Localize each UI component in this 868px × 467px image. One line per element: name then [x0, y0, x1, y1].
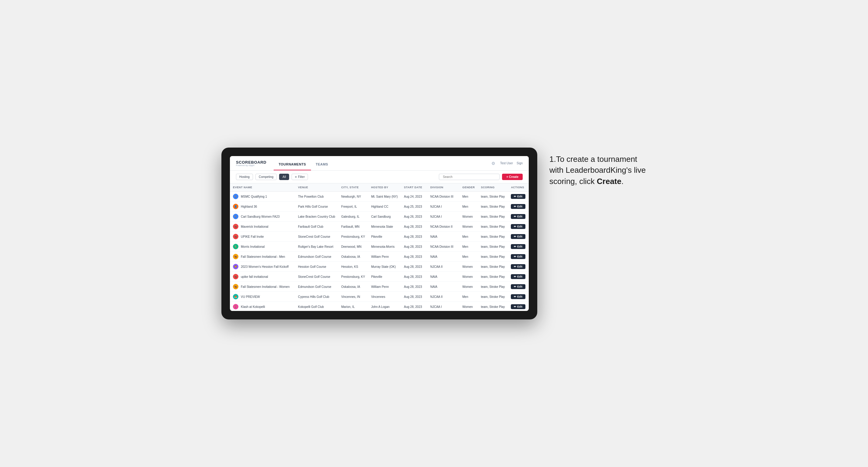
table-row: 🐂 Fall Statesmen Invitational - Women Ed… — [230, 282, 529, 292]
cell-city: Vincennes, IN — [338, 292, 368, 302]
cell-venue: Ruttger's Bay Lake Resort — [295, 242, 338, 252]
logo-text: SCOREBOARD — [236, 160, 266, 164]
cell-hosted: Mt. Saint Mary (NY) — [368, 192, 401, 201]
edit-button[interactable]: ✏ Edit — [511, 294, 525, 299]
event-name-text: MSMC Qualifying 1 — [241, 195, 267, 198]
cell-event-name: 🏌 Klash at Kokopelli — [230, 302, 295, 311]
event-icon: 🐂 — [233, 254, 239, 259]
outer-container: SCOREBOARD Powered by clippit TOURNAMENT… — [221, 148, 647, 319]
edit-button[interactable]: ✏ Edit — [511, 254, 525, 259]
cell-event-name: 🦌 Morris Invitational — [230, 242, 295, 252]
cell-hosted: Vincennes — [368, 292, 401, 302]
cell-division: NAIA — [427, 232, 460, 242]
cell-actions: ✏ Edit — [508, 201, 529, 212]
col-actions: ACTIONS — [508, 183, 529, 192]
cell-date: Aug 28, 2023 — [401, 292, 427, 302]
cell-scoring: team, Stroke Play — [478, 232, 508, 242]
cell-date: Aug 26, 2023 — [401, 212, 427, 222]
cell-actions: ✏ Edit — [508, 292, 529, 302]
edit-button[interactable]: ✏ Edit — [511, 214, 525, 219]
cell-venue: StoneCrest Golf Course — [295, 232, 338, 242]
logo-area: SCOREBOARD Powered by clippit — [236, 160, 266, 166]
cell-event-name: 🐂 Fall Statesmen Invitational - Men — [230, 252, 295, 262]
cell-venue: Hesston Golf Course — [295, 262, 338, 272]
cell-venue: Faribault Golf Club — [295, 222, 338, 232]
cell-actions: ✏ Edit — [508, 252, 529, 262]
cell-division: NCAA Division II — [427, 222, 460, 232]
event-name-text: Morris Invitational — [241, 245, 265, 248]
cell-event-name: 🦁 2023 Women's Hesston Fall Kickoff — [230, 262, 295, 272]
cell-venue: StoneCrest Golf Course — [295, 272, 338, 282]
cell-venue: Edmundson Golf Course — [295, 282, 338, 292]
cell-city: Freeport, IL — [338, 201, 368, 212]
cell-scoring: team, Stroke Play — [478, 272, 508, 282]
tab-tournaments[interactable]: TOURNAMENTS — [274, 162, 311, 170]
cell-division: NAIA — [427, 282, 460, 292]
table-container: EVENT NAME VENUE CITY, STATE HOSTED BY S… — [230, 183, 529, 311]
cell-gender: Men — [459, 242, 478, 252]
edit-button[interactable]: ✏ Edit — [511, 224, 525, 229]
event-name-text: UPIKE Fall Invite — [241, 235, 264, 238]
tab-teams[interactable]: TEAMS — [311, 162, 333, 170]
cell-gender: Men — [459, 252, 478, 262]
cell-city: Newburgh, NY — [338, 192, 368, 201]
instruction-panel: 1.To create a tournament with Leaderboar… — [550, 148, 647, 187]
cell-city: Oskaloosa, IA — [338, 252, 368, 262]
col-start-date: START DATE — [401, 183, 427, 192]
all-button[interactable]: All — [279, 174, 289, 180]
edit-button[interactable]: ✏ Edit — [511, 244, 525, 249]
edit-button[interactable]: ✏ Edit — [511, 234, 525, 239]
cell-date: Aug 28, 2023 — [401, 252, 427, 262]
cell-scoring: team, Stroke Play — [478, 192, 508, 201]
cell-event-name: 🐂 UPIKE Fall Invite — [230, 232, 295, 242]
cell-venue: Kokopelli Golf Club — [295, 302, 338, 311]
cell-venue: Park Hills Golf Course — [295, 201, 338, 212]
cell-gender: Women — [459, 212, 478, 222]
create-button[interactable]: + Create — [502, 174, 523, 180]
edit-button[interactable]: ✏ Edit — [511, 194, 525, 199]
cell-hosted: William Penn — [368, 282, 401, 292]
hosting-button[interactable]: Hosting — [236, 174, 253, 180]
cell-gender: Women — [459, 272, 478, 282]
table-row: 🏌 MSMC Qualifying 1 The Powelton Club Ne… — [230, 192, 529, 201]
event-icon: 🐂 — [233, 274, 239, 279]
event-name-text: Highland 36 — [241, 205, 257, 208]
cell-hosted: Murray State (OK) — [368, 262, 401, 272]
event-name-text: Maverick Invitational — [241, 225, 269, 228]
cell-event-name: 🏌 Carl Sandburg Women FA23 — [230, 212, 295, 222]
col-gender: GENDER — [459, 183, 478, 192]
event-name-text: Fall Statesmen Invitational - Men — [241, 255, 285, 258]
cell-hosted: Pikeville — [368, 232, 401, 242]
event-icon: 🏌 — [233, 194, 239, 199]
cell-scoring: team, Stroke Play — [478, 262, 508, 272]
edit-button[interactable]: ✏ Edit — [511, 284, 525, 289]
col-event-name: EVENT NAME — [230, 183, 295, 192]
edit-button[interactable]: ✏ Edit — [511, 204, 525, 209]
cell-division: NJCAA I — [427, 302, 460, 311]
cell-city: Prestonsburg, KY — [338, 232, 368, 242]
cell-hosted: Highland CC — [368, 201, 401, 212]
cell-event-name: 🦊 VU PREVIEW — [230, 292, 295, 302]
cell-venue: The Powelton Club — [295, 192, 338, 201]
cell-actions: ✏ Edit — [508, 242, 529, 252]
event-icon: 🐂 — [233, 234, 239, 239]
table-row: 🦁 2023 Women's Hesston Fall Kickoff Hess… — [230, 262, 529, 272]
cell-gender: Women — [459, 222, 478, 232]
instruction-post: . — [621, 177, 623, 186]
edit-button[interactable]: ✏ Edit — [511, 304, 525, 309]
cell-date: Aug 28, 2023 — [401, 302, 427, 311]
event-icon: 👤 — [233, 204, 239, 209]
cell-actions: ✏ Edit — [508, 192, 529, 201]
event-name-text: Carl Sandburg Women FA23 — [241, 215, 280, 218]
cell-city: Oskaloosa, IA — [338, 282, 368, 292]
search-input[interactable] — [439, 174, 500, 180]
header-right: ⚙ Test User Sign — [491, 160, 523, 166]
competing-button[interactable]: Competing — [255, 174, 277, 180]
edit-button[interactable]: ✏ Edit — [511, 274, 525, 279]
edit-button[interactable]: ✏ Edit — [511, 264, 525, 269]
filter-button[interactable]: ≡ Filter — [291, 174, 308, 180]
gear-icon[interactable]: ⚙ — [491, 160, 497, 166]
cell-hosted: Pikeville — [368, 272, 401, 282]
cell-gender: Women — [459, 262, 478, 272]
cell-date: Aug 28, 2023 — [401, 262, 427, 272]
